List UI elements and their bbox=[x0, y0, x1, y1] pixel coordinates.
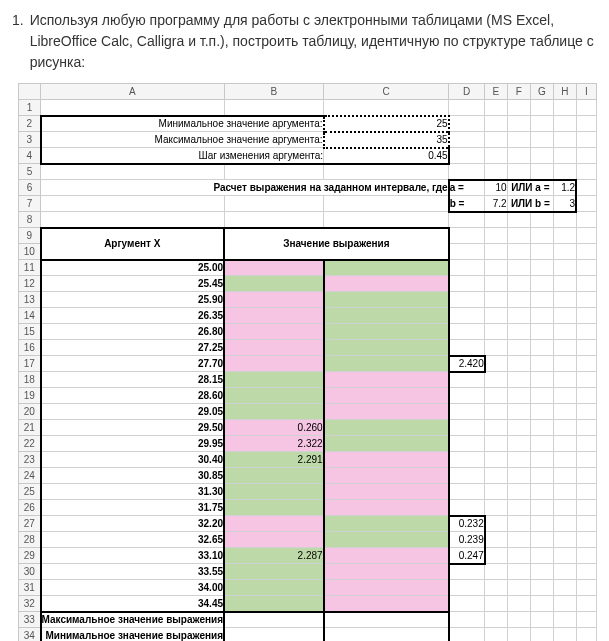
row-header: 14 bbox=[19, 308, 41, 324]
or-b-label: ИЛИ b = bbox=[507, 196, 554, 212]
row-header: 12 bbox=[19, 276, 41, 292]
value-c-cell bbox=[324, 292, 449, 308]
a2-value: 1.2 bbox=[554, 180, 576, 196]
table-row: 1627.25 bbox=[19, 340, 597, 356]
table-row: 1225.45 bbox=[19, 276, 597, 292]
arg-x-cell: 29.05 bbox=[41, 404, 225, 420]
min-arg-value: 25 bbox=[324, 116, 449, 132]
corner-cell bbox=[19, 84, 41, 100]
value-b-cell bbox=[224, 484, 324, 500]
value-d-cell bbox=[449, 500, 485, 516]
value-d-cell bbox=[449, 292, 485, 308]
row-header: 2 bbox=[19, 116, 41, 132]
table-row: 1125.00 bbox=[19, 260, 597, 276]
row-header: 7 bbox=[19, 196, 41, 212]
row-header: 15 bbox=[19, 324, 41, 340]
value-d-cell bbox=[449, 436, 485, 452]
step-arg-label: Шаг изменения аргумента: bbox=[41, 148, 324, 164]
arg-x-cell: 30.40 bbox=[41, 452, 225, 468]
arg-x-cell: 34.45 bbox=[41, 596, 225, 612]
value-d-cell: 0.239 bbox=[449, 532, 485, 548]
arg-x-cell: 31.75 bbox=[41, 500, 225, 516]
col-header: G bbox=[530, 84, 553, 100]
value-d-cell bbox=[449, 452, 485, 468]
table-row: 2832.650.239 bbox=[19, 532, 597, 548]
value-b-cell bbox=[224, 340, 324, 356]
table-row: 1526.80 bbox=[19, 324, 597, 340]
value-d-cell bbox=[449, 388, 485, 404]
table-row: 3234.45 bbox=[19, 596, 597, 612]
value-c-cell bbox=[324, 388, 449, 404]
value-c-cell bbox=[324, 372, 449, 388]
instruction-text: Используя любую программу для работы с э… bbox=[30, 10, 597, 73]
table-row: 2129.500.260 bbox=[19, 420, 597, 436]
arg-x-cell: 32.20 bbox=[41, 516, 225, 532]
value-b-cell bbox=[224, 276, 324, 292]
value-b-cell: 0.260 bbox=[224, 420, 324, 436]
value-c-cell bbox=[324, 276, 449, 292]
arg-x-cell: 33.10 bbox=[41, 548, 225, 564]
value-d-cell: 0.247 bbox=[449, 548, 485, 564]
table-row: 3134.00 bbox=[19, 580, 597, 596]
col-header: F bbox=[507, 84, 530, 100]
value-c-cell bbox=[324, 324, 449, 340]
value-d-cell bbox=[449, 276, 485, 292]
value-b-cell bbox=[224, 580, 324, 596]
col-header: A bbox=[41, 84, 225, 100]
arg-x-cell: 33.55 bbox=[41, 564, 225, 580]
arg-x-cell: 25.45 bbox=[41, 276, 225, 292]
value-c-cell bbox=[324, 532, 449, 548]
arg-x-cell: 29.50 bbox=[41, 420, 225, 436]
row-header: 21 bbox=[19, 420, 41, 436]
row-header: 22 bbox=[19, 436, 41, 452]
row-header: 25 bbox=[19, 484, 41, 500]
value-b-cell bbox=[224, 324, 324, 340]
instruction: 1. Используя любую программу для работы … bbox=[12, 10, 597, 73]
max-arg-value: 35 bbox=[324, 132, 449, 148]
table-row: 2330.402.291 bbox=[19, 452, 597, 468]
table-row: 1325.90 bbox=[19, 292, 597, 308]
value-d-cell bbox=[449, 404, 485, 420]
value-b-cell: 2.322 bbox=[224, 436, 324, 452]
value-b-cell bbox=[224, 468, 324, 484]
value-c-cell bbox=[324, 436, 449, 452]
table-row: 2029.05 bbox=[19, 404, 597, 420]
row-header: 4 bbox=[19, 148, 41, 164]
value-b-cell bbox=[224, 404, 324, 420]
value-d-cell bbox=[449, 260, 485, 276]
value-b-cell bbox=[224, 260, 324, 276]
table-row: 2631.75 bbox=[19, 500, 597, 516]
row-header: 10 bbox=[19, 244, 41, 260]
value-d-cell: 0.232 bbox=[449, 516, 485, 532]
row-header: 1 bbox=[19, 100, 41, 116]
row-header: 3 bbox=[19, 132, 41, 148]
col-header: E bbox=[485, 84, 507, 100]
value-c-cell bbox=[324, 404, 449, 420]
table-row: 2531.30 bbox=[19, 484, 597, 500]
calc-title-prefix: Расчет выражения на заданном интервале, … bbox=[41, 180, 449, 196]
col-header: D bbox=[449, 84, 485, 100]
col-header: I bbox=[576, 84, 596, 100]
b-eq-label: b = bbox=[449, 196, 485, 212]
step-arg-value: 0.45 bbox=[324, 148, 449, 164]
table-row: 1727.702.420 bbox=[19, 356, 597, 372]
value-c-cell bbox=[324, 308, 449, 324]
arg-header: Аргумент Х bbox=[41, 228, 225, 260]
arg-x-cell: 26.35 bbox=[41, 308, 225, 324]
row-header: 29 bbox=[19, 548, 41, 564]
arg-x-cell: 34.00 bbox=[41, 580, 225, 596]
value-c-cell bbox=[324, 500, 449, 516]
value-c-cell bbox=[324, 356, 449, 372]
value-d-cell bbox=[449, 484, 485, 500]
arg-x-cell: 27.25 bbox=[41, 340, 225, 356]
value-b-cell bbox=[224, 564, 324, 580]
row-header: 28 bbox=[19, 532, 41, 548]
value-b-cell bbox=[224, 596, 324, 612]
min-val-label: Минимальное значение выражения bbox=[41, 628, 225, 642]
min-arg-label: Минимальное значение аргумента: bbox=[41, 116, 324, 132]
row-header: 30 bbox=[19, 564, 41, 580]
value-b-cell bbox=[224, 308, 324, 324]
arg-x-cell: 25.90 bbox=[41, 292, 225, 308]
row-header: 5 bbox=[19, 164, 41, 180]
row-header: 24 bbox=[19, 468, 41, 484]
